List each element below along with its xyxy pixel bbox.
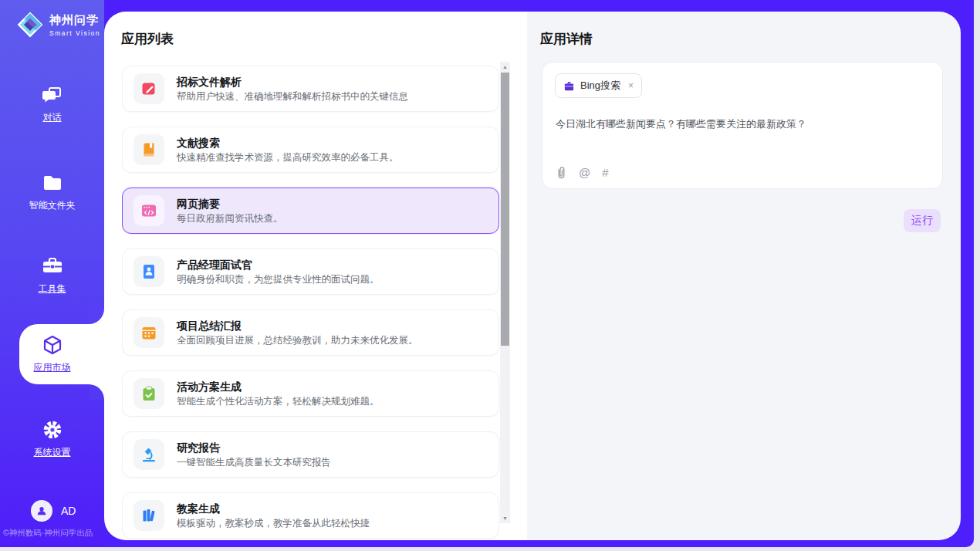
- diamond-logo-icon: [15, 10, 45, 39]
- app-card-event-plan[interactable]: 活动方案生成 智能生成个性化活动方案，轻松解决规划难题。: [122, 370, 499, 417]
- app-detail-panel: 应用详情 Bing搜索 × 今日湖北有哪些新闻要点？有哪些需要关注的最新政策？: [527, 12, 961, 540]
- app-desc: 全面回顾项目进展，总结经验教训，助力未来优化发展。: [177, 336, 418, 346]
- user-initials: AD: [61, 505, 76, 517]
- app-desc: 帮助用户快速、准确地理解和解析招标书中的关键信息: [177, 92, 408, 102]
- prompt-card: Bing搜索 × 今日湖北有哪些新闻要点？有哪些需要关注的最新政策？ @ #: [542, 62, 943, 189]
- sidebar: 神州问学 Smart Vision 对话 智能文件夹: [0, 0, 104, 547]
- prompt-input[interactable]: 今日湖北有哪些新闻要点？有哪些需要关注的最新政策？: [556, 117, 931, 132]
- bubble-notch-top: [89, 309, 104, 324]
- app-name: 文献搜索: [177, 137, 399, 148]
- app-name: 教案生成: [177, 503, 370, 514]
- calendar-icon: [133, 317, 164, 348]
- run-button[interactable]: 运行: [904, 209, 941, 232]
- sidebar-item-label: 对话: [43, 111, 62, 124]
- app-name: 产品经理面试官: [177, 259, 380, 270]
- tool-tag-label: Bing搜索: [580, 79, 620, 93]
- sidebar-item-label: 智能文件夹: [29, 199, 76, 212]
- attachment-icon[interactable]: [556, 166, 567, 179]
- sidebar-item-smart-folder[interactable]: 智能文件夹: [0, 171, 104, 212]
- scroll-up-icon[interactable]: ▲: [500, 62, 510, 72]
- app-desc: 明确身份和职责，为您提供专业性的面试问题。: [177, 275, 380, 285]
- app-name: 网页摘要: [177, 198, 283, 209]
- chat-icon: [0, 83, 104, 106]
- avatar: [31, 500, 52, 522]
- input-toolbar: @ #: [556, 166, 609, 179]
- sidebar-item-label: 工具集: [39, 282, 66, 296]
- tool-tag-bing-search[interactable]: Bing搜索 ×: [555, 73, 642, 98]
- microscope-icon: [133, 439, 164, 470]
- list-scrollbar[interactable]: ▲ ▼: [500, 62, 510, 523]
- resume-person-icon: [133, 256, 164, 287]
- hash-icon[interactable]: #: [602, 167, 608, 178]
- scroll-down-icon[interactable]: ▼: [500, 513, 510, 523]
- copyright-footer: ©神州数码·神州问学出品: [3, 528, 93, 539]
- books-icon: [133, 500, 164, 531]
- app-frame: 神州问学 Smart Vision 对话 智能文件夹: [0, 0, 974, 547]
- app-list-title: 应用列表: [121, 30, 174, 48]
- scrollbar-thumb[interactable]: [501, 73, 509, 346]
- app-name: 活动方案生成: [177, 381, 380, 392]
- app-detail-title: 应用详情: [540, 30, 593, 48]
- app-list-panel: 应用列表 招标文件解析 帮助用户快速、准确地理解和解析招标书中的关键信息: [104, 12, 527, 540]
- edit-document-icon: [133, 73, 164, 104]
- app-list: 招标文件解析 帮助用户快速、准确地理解和解析招标书中的关键信息 文献搜索: [122, 66, 499, 540]
- gear-icon: [0, 418, 104, 441]
- app-desc: 一键智能生成高质量长文本研究报告: [177, 458, 331, 468]
- sidebar-item-label: 系统设置: [34, 446, 71, 459]
- book-icon: [133, 134, 164, 165]
- brand-name: 神州问学: [49, 13, 100, 28]
- app-card-research-report[interactable]: 研究报告 一键智能生成高质量长文本研究报告: [122, 431, 499, 478]
- app-card-lesson-plan[interactable]: 教案生成 模板驱动，教案秒成，教学准备从此轻松快捷: [122, 492, 499, 539]
- app-name: 招标文件解析: [177, 76, 408, 87]
- clipboard-check-icon: [133, 378, 164, 409]
- app-card-pm-interviewer[interactable]: 产品经理面试官 明确身份和职责，为您提供专业性的面试问题。: [122, 248, 499, 295]
- app-desc: 每日政府新闻资讯快查。: [177, 214, 283, 224]
- briefcase-icon: [563, 80, 575, 92]
- app-name: 研究报告: [177, 442, 331, 453]
- app-card-web-summary[interactable]: 网页摘要 每日政府新闻资讯快查。: [122, 188, 499, 234]
- folder-icon: [0, 171, 104, 194]
- user-account[interactable]: AD: [31, 500, 76, 522]
- sidebar-item-label: 应用市场: [34, 361, 71, 374]
- brand-subtitle: Smart Vision: [49, 29, 100, 37]
- toolbox-icon: [0, 255, 104, 278]
- app-desc: 快速精准查找学术资源，提高研究效率的必备工具。: [177, 153, 399, 163]
- bubble-notch-bottom: [89, 384, 104, 400]
- app-desc: 模板驱动，教案秒成，教学准备从此轻松快捷: [177, 519, 370, 529]
- app-desc: 智能生成个性化活动方案，轻松解决规划难题。: [177, 397, 380, 407]
- app-card-bid-parse[interactable]: 招标文件解析 帮助用户快速、准确地理解和解析招标书中的关键信息: [122, 66, 499, 112]
- brand-logo: 神州问学 Smart Vision: [15, 10, 100, 39]
- sidebar-item-app-market[interactable]: 应用市场: [0, 333, 104, 374]
- mention-icon[interactable]: @: [579, 167, 590, 178]
- browser-code-icon: [133, 195, 164, 226]
- main-container: 应用列表 招标文件解析 帮助用户快速、准确地理解和解析招标书中的关键信息: [104, 12, 961, 540]
- cube-icon: [0, 333, 104, 357]
- app-name: 项目总结汇报: [177, 320, 418, 331]
- close-icon[interactable]: ×: [628, 80, 634, 91]
- app-card-literature-search[interactable]: 文献搜索 快速精准查找学术资源，提高研究效率的必备工具。: [122, 127, 499, 173]
- sidebar-item-settings[interactable]: 系统设置: [0, 418, 104, 459]
- app-card-project-summary[interactable]: 项目总结汇报 全面回顾项目进展，总结经验教训，助力未来优化发展。: [122, 309, 499, 356]
- sidebar-item-toolbox[interactable]: 工具集: [0, 255, 104, 296]
- sidebar-item-chat[interactable]: 对话: [0, 83, 104, 124]
